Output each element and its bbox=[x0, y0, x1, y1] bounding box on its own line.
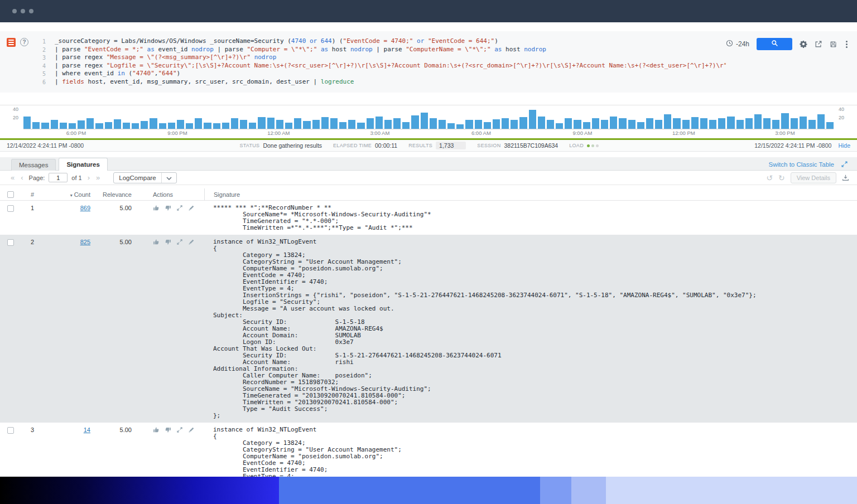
histogram-bar[interactable] bbox=[41, 123, 49, 129]
histogram-bar[interactable] bbox=[249, 123, 256, 129]
query-line[interactable]: 5| where event_id in ("4740","644") bbox=[35, 70, 726, 78]
window-control-dot[interactable] bbox=[29, 9, 33, 13]
page-input[interactable] bbox=[49, 173, 68, 182]
histogram-bar[interactable] bbox=[150, 118, 157, 129]
row-checkbox[interactable] bbox=[7, 427, 14, 434]
histogram-bar[interactable] bbox=[772, 120, 779, 129]
histogram-bar[interactable] bbox=[646, 118, 653, 129]
histogram-bar[interactable] bbox=[565, 118, 572, 129]
histogram-bar[interactable] bbox=[23, 117, 31, 129]
switch-to-classic-table-link[interactable]: Switch to Classic Table bbox=[769, 161, 834, 168]
histogram-bar[interactable] bbox=[511, 120, 518, 129]
histogram-bar[interactable] bbox=[465, 120, 473, 129]
histogram-bar[interactable] bbox=[718, 118, 725, 129]
histogram-bar[interactable] bbox=[637, 122, 644, 129]
histogram-bar[interactable] bbox=[303, 121, 310, 129]
histogram-bar[interactable] bbox=[583, 122, 590, 129]
expand-signature-icon[interactable] bbox=[176, 205, 183, 211]
histogram-bar[interactable] bbox=[727, 117, 734, 129]
next-page-icon[interactable]: › bbox=[86, 174, 92, 181]
histogram-bar[interactable] bbox=[294, 118, 301, 129]
query-line[interactable]: 1_sourceCategory = Labs/Windows/OS/Windo… bbox=[35, 37, 726, 46]
col-header-number[interactable]: # bbox=[21, 191, 44, 198]
query-line[interactable]: 2| parse "EventCode = *;" as event_id no… bbox=[35, 46, 726, 54]
histogram-bar[interactable] bbox=[411, 115, 418, 129]
histogram-bar[interactable] bbox=[655, 120, 662, 129]
window-control-dot[interactable] bbox=[12, 9, 17, 13]
histogram-bar[interactable] bbox=[60, 123, 67, 129]
query-line[interactable]: 4| parse regex "Logfile = \"Security\";[… bbox=[35, 62, 726, 70]
histogram-bar[interactable] bbox=[78, 120, 85, 129]
histogram-bar[interactable] bbox=[556, 123, 563, 129]
tab-messages[interactable]: Messages bbox=[11, 159, 56, 171]
histogram-bar[interactable] bbox=[393, 118, 401, 129]
thumbs-up-icon[interactable] bbox=[153, 239, 160, 245]
histogram-bar[interactable] bbox=[348, 120, 355, 129]
query-line[interactable]: 6| fields host, event_id, msg_summary, s… bbox=[35, 78, 726, 86]
thumbs-up-icon[interactable] bbox=[153, 205, 160, 211]
count-link[interactable]: 14 bbox=[84, 427, 90, 433]
histogram-bar[interactable] bbox=[619, 118, 626, 129]
tab-signatures[interactable]: Signatures bbox=[59, 158, 107, 171]
edit-signature-icon[interactable] bbox=[188, 205, 195, 211]
histogram-bar[interactable] bbox=[421, 113, 428, 129]
histogram-bar[interactable] bbox=[231, 118, 238, 129]
histogram-bar[interactable] bbox=[628, 120, 635, 129]
histogram-bar[interactable] bbox=[402, 122, 410, 129]
thumbs-up-icon[interactable] bbox=[153, 427, 160, 433]
undo-icon[interactable]: ↺ bbox=[766, 174, 773, 182]
share-icon[interactable] bbox=[815, 40, 822, 48]
first-page-icon[interactable]: « bbox=[9, 174, 16, 181]
histogram-bar[interactable] bbox=[141, 121, 148, 129]
histogram-bar[interactable] bbox=[754, 114, 762, 129]
histogram-bar[interactable] bbox=[574, 120, 581, 129]
histogram-bar[interactable] bbox=[538, 117, 545, 129]
histogram-bar[interactable] bbox=[367, 118, 374, 129]
histogram-bar[interactable] bbox=[177, 120, 184, 129]
col-header-count[interactable]: ▾Count bbox=[44, 191, 95, 198]
table-row[interactable]: 18695.00 ***** *** *";**RecordNumber * *… bbox=[0, 201, 857, 235]
histogram-bar[interactable] bbox=[213, 123, 220, 129]
histogram-bar[interactable] bbox=[682, 120, 690, 129]
histogram-bar[interactable] bbox=[736, 120, 744, 129]
logcompare-dropdown[interactable]: LogCompare bbox=[113, 172, 176, 183]
histogram-bar[interactable] bbox=[384, 120, 392, 129]
histogram-bar[interactable] bbox=[456, 124, 464, 129]
edit-signature-icon[interactable] bbox=[188, 427, 195, 433]
expand-results-icon[interactable] bbox=[841, 161, 848, 168]
histogram-bar[interactable] bbox=[357, 123, 364, 129]
histogram-bar[interactable] bbox=[439, 120, 446, 129]
query-line[interactable]: 3| parse regex "Message = \"(?<msg_summa… bbox=[35, 54, 726, 62]
histogram-bar[interactable] bbox=[484, 122, 491, 129]
histogram-bar[interactable] bbox=[475, 120, 482, 129]
expand-signature-icon[interactable] bbox=[176, 427, 183, 433]
histogram-bar[interactable] bbox=[375, 117, 383, 129]
thumbs-down-icon[interactable] bbox=[165, 427, 171, 433]
settings-gear-icon[interactable] bbox=[800, 40, 807, 48]
histogram-bar[interactable] bbox=[339, 122, 346, 129]
histogram-bar[interactable] bbox=[240, 120, 247, 129]
histogram-bar[interactable] bbox=[114, 119, 121, 129]
histogram-bar[interactable] bbox=[691, 117, 699, 129]
histogram-bar[interactable] bbox=[808, 120, 816, 129]
count-link[interactable]: 869 bbox=[80, 205, 90, 211]
histogram-bar[interactable] bbox=[610, 117, 617, 129]
table-row[interactable]: 28255.00 instance of Win32_NTLogEvent { … bbox=[0, 235, 857, 423]
histogram-bar[interactable] bbox=[763, 118, 771, 129]
select-all-checkbox[interactable] bbox=[7, 191, 14, 198]
histogram-bar[interactable] bbox=[32, 122, 40, 129]
redo-icon[interactable]: ↻ bbox=[778, 174, 785, 182]
histogram-bar[interactable] bbox=[430, 118, 437, 129]
row-checkbox[interactable] bbox=[7, 239, 14, 246]
histogram-bar[interactable] bbox=[781, 113, 788, 129]
histogram-bar[interactable] bbox=[447, 123, 455, 129]
histogram-bar[interactable] bbox=[709, 120, 716, 129]
window-control-dot[interactable] bbox=[21, 9, 25, 13]
histogram-bar[interactable] bbox=[123, 123, 130, 129]
expand-signature-icon[interactable] bbox=[176, 239, 183, 245]
col-header-signature[interactable]: Signature bbox=[204, 188, 857, 200]
histogram-bar[interactable] bbox=[791, 118, 798, 129]
histogram-bar[interactable] bbox=[330, 118, 338, 129]
histogram-bar[interactable] bbox=[493, 119, 500, 129]
histogram-bar[interactable] bbox=[519, 117, 527, 129]
